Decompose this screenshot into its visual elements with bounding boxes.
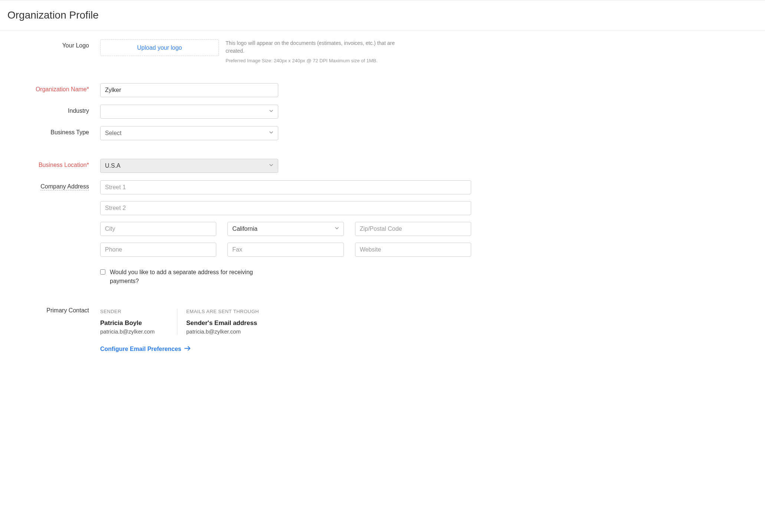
state-select[interactable]: California: [227, 222, 344, 236]
separate-address-row: Would you like to add a separate address…: [7, 264, 758, 286]
business-location-value: U.S.A: [105, 162, 121, 169]
business-type-row: Business Type Select: [7, 126, 758, 140]
chevron-down-icon: [269, 163, 273, 168]
emails-through-email: patricia.b@zylker.com: [186, 328, 259, 335]
arrow-right-icon: [184, 346, 191, 352]
chevron-down-icon: [269, 109, 273, 114]
logo-row: Your Logo Upload your logo This logo wil…: [7, 39, 758, 65]
emails-through-header: EMAILS ARE SENT THROUGH: [186, 309, 259, 314]
sender-name: Patricia Boyle: [100, 319, 155, 327]
chevron-down-icon: [269, 130, 273, 136]
your-logo-label: Your Logo: [7, 39, 100, 49]
company-address-row: Company Address California: [7, 180, 758, 257]
sender-header: SENDER: [100, 309, 155, 314]
industry-row: Industry: [7, 105, 758, 119]
website-input[interactable]: [355, 243, 471, 257]
emails-through-column: EMAILS ARE SENT THROUGH Sender's Email a…: [177, 309, 281, 335]
business-type-value: Select: [105, 130, 121, 137]
business-location-label: Business Location*: [7, 159, 100, 168]
logo-help: This logo will appear on the documents (…: [226, 39, 404, 65]
sender-email: patricia.b@zylker.com: [100, 328, 155, 335]
state-value: California: [232, 226, 257, 232]
primary-contact-label: Primary Contact: [7, 304, 100, 314]
industry-select[interactable]: [100, 105, 278, 119]
business-type-select[interactable]: Select: [100, 126, 278, 140]
phone-input[interactable]: [100, 243, 216, 257]
company-address-label: Company Address: [40, 183, 89, 190]
organization-profile-form: Your Logo Upload your logo This logo wil…: [0, 30, 765, 375]
configure-email-text: Configure Email Preferences: [100, 346, 181, 352]
configure-email-preferences-link[interactable]: Configure Email Preferences: [100, 346, 758, 352]
page-header: Organization Profile: [0, 0, 765, 30]
street1-input[interactable]: [100, 180, 471, 194]
organization-name-row: Organization Name*: [7, 83, 758, 97]
city-input[interactable]: [100, 222, 216, 236]
chevron-down-icon: [335, 226, 339, 231]
primary-contact-row: Primary Contact SENDER Patricia Boyle pa…: [7, 304, 758, 352]
upload-logo-button[interactable]: Upload your logo: [100, 39, 219, 56]
logo-help-sub: Preferred Image Size: 240px x 240px @ 72…: [226, 57, 404, 65]
business-type-label: Business Type: [7, 126, 100, 136]
street2-input[interactable]: [100, 201, 471, 215]
business-location-select[interactable]: U.S.A: [100, 159, 278, 173]
logo-help-text: This logo will appear on the documents (…: [226, 39, 404, 55]
separate-address-label[interactable]: Would you like to add a separate address…: [110, 268, 266, 286]
sender-column: SENDER Patricia Boyle patricia.b@zylker.…: [100, 309, 177, 335]
upload-logo-text: Upload your logo: [137, 45, 182, 51]
organization-name-label: Organization Name*: [7, 83, 100, 93]
business-location-row: Business Location* U.S.A: [7, 159, 758, 173]
emails-through-name: Sender's Email address: [186, 319, 259, 327]
zip-input[interactable]: [355, 222, 471, 236]
page-title: Organization Profile: [7, 9, 758, 21]
separate-address-checkbox[interactable]: [100, 269, 105, 275]
organization-name-input[interactable]: [100, 83, 278, 97]
industry-label: Industry: [7, 105, 100, 114]
fax-input[interactable]: [227, 243, 344, 257]
